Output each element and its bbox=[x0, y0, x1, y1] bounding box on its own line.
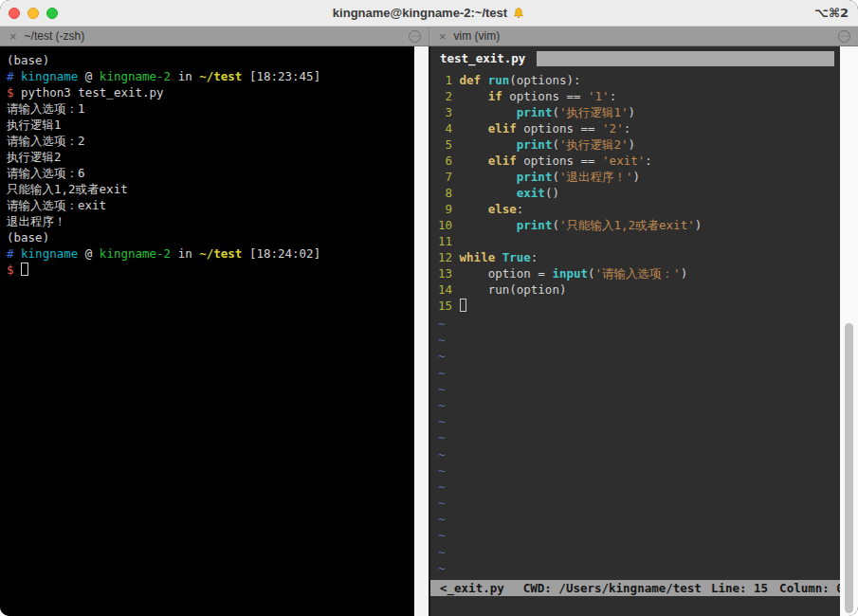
tilde-line: ~ bbox=[438, 429, 840, 445]
tab-overflow-icon[interactable]: ⋯ bbox=[409, 30, 421, 43]
tilde-line: ~ bbox=[438, 527, 840, 543]
terminal-line: 执行逻辑2 bbox=[7, 149, 414, 165]
terminal-line: $ python3 test_exit.py bbox=[7, 84, 414, 100]
terminal-line: # kingname @ kingname-2 in ~/test [18:23… bbox=[7, 68, 414, 84]
vim-tab-filename[interactable]: test_exit.py bbox=[430, 51, 537, 65]
code-line: 11 bbox=[438, 233, 840, 249]
minimize-button[interactable] bbox=[27, 8, 39, 19]
bell-icon bbox=[512, 7, 525, 20]
terminal-line: 只能输入1,2或者exit bbox=[7, 181, 414, 197]
zoom-button[interactable] bbox=[46, 8, 58, 19]
statusline-filename: <_exit.py bbox=[440, 581, 504, 595]
line-number: 9 bbox=[438, 201, 452, 217]
titlebar[interactable]: kingname@kingname-2:~/test ⌥⌘2 bbox=[0, 0, 858, 27]
tab-overflow-icon[interactable]: ⋯ bbox=[838, 30, 850, 43]
terminal-pane[interactable]: (base)# kingname @ kingname-2 in ~/test … bbox=[0, 46, 414, 616]
code-line: 12while True: bbox=[438, 249, 840, 265]
tilde-line: ~ bbox=[438, 332, 840, 348]
tilde-line: ~ bbox=[438, 348, 840, 364]
vim-cursor bbox=[460, 299, 466, 312]
tilde-line: ~ bbox=[438, 381, 840, 397]
tilde-line: ~ bbox=[438, 316, 840, 332]
tilde-line: ~ bbox=[438, 365, 840, 381]
tab-close-icon[interactable]: × bbox=[439, 30, 447, 43]
code-line: 8 exit() bbox=[438, 185, 840, 201]
vim-tabline-fill bbox=[537, 51, 834, 66]
iterm-window: kingname@kingname-2:~/test ⌥⌘2 × ~/test … bbox=[0, 0, 858, 616]
window-shortcut-badge: ⌥⌘2 bbox=[814, 6, 849, 20]
terminal-line: (base) bbox=[7, 229, 414, 245]
tab-label: vim (vim) bbox=[454, 29, 501, 43]
terminal-output: (base)# kingname @ kingname-2 in ~/test … bbox=[7, 52, 414, 278]
vim-statusline: <_exit.py CWD: /Users/kingname/test Line… bbox=[430, 580, 840, 596]
line-number: 13 bbox=[438, 265, 452, 281]
code-line: 14 run(option) bbox=[438, 281, 840, 298]
terminal-line: # kingname @ kingname-2 in ~/test [18:24… bbox=[7, 245, 414, 262]
line-number: 3 bbox=[438, 104, 452, 120]
terminal-line: (base) bbox=[7, 52, 414, 68]
tilde-line: ~ bbox=[438, 495, 840, 511]
line-number: 14 bbox=[438, 281, 452, 298]
code-line: 15 bbox=[438, 298, 840, 314]
code-line: 7 print('退出程序！') bbox=[438, 169, 840, 185]
tab-vim[interactable]: × vim (vim) ⋯ bbox=[429, 27, 858, 45]
tab-zsh[interactable]: × ~/test (-zsh) ⋯ bbox=[0, 27, 429, 45]
line-number: 6 bbox=[438, 153, 452, 169]
line-number: 11 bbox=[438, 233, 452, 249]
vim-pane[interactable]: test_exit.py 1def run(options):2 if opti… bbox=[429, 46, 840, 616]
line-number: 4 bbox=[438, 120, 452, 136]
statusline-cwd: CWD: /Users/kingname/test bbox=[523, 581, 702, 595]
line-number: 1 bbox=[438, 72, 452, 88]
terminal-line: 请输入选项：2 bbox=[7, 133, 414, 149]
terminal-line: 执行逻辑1 bbox=[7, 117, 414, 133]
code-line: 1def run(options): bbox=[438, 72, 840, 88]
tab-bar: × ~/test (-zsh) ⋯ × vim (vim) ⋯ bbox=[0, 27, 858, 46]
vim-empty-lines: ~~~~~~~~~~~~~~~~ bbox=[430, 316, 840, 576]
line-number: 10 bbox=[438, 217, 452, 233]
terminal-line: 退出程序！ bbox=[7, 213, 414, 229]
tilde-line: ~ bbox=[438, 511, 840, 527]
vim-scrollbar[interactable] bbox=[840, 46, 858, 616]
tilde-line: ~ bbox=[438, 560, 840, 576]
traffic-lights bbox=[9, 8, 58, 19]
line-number: 8 bbox=[438, 185, 452, 201]
code-line: 13 option = input('请输入选项：') bbox=[438, 265, 840, 281]
terminal-line: 请输入选项：6 bbox=[7, 165, 414, 181]
line-number: 5 bbox=[438, 136, 452, 153]
split-pane-area: (base)# kingname @ kingname-2 in ~/test … bbox=[0, 46, 858, 616]
tilde-line: ~ bbox=[438, 397, 840, 413]
code-line: 2 if options == '1': bbox=[438, 88, 840, 104]
line-number: 7 bbox=[438, 169, 452, 185]
vim-tabline: test_exit.py bbox=[430, 50, 840, 66]
window-title: kingname@kingname-2:~/test bbox=[0, 6, 858, 20]
window-title-text: kingname@kingname-2:~/test bbox=[333, 6, 507, 20]
line-number: 2 bbox=[438, 88, 452, 104]
vim-buffer: 1def run(options):2 if options == '1':3 … bbox=[430, 66, 840, 314]
tilde-line: ~ bbox=[438, 479, 840, 495]
code-line: 4 elif options == '2': bbox=[438, 120, 840, 136]
terminal-scrollbar[interactable] bbox=[414, 46, 429, 616]
tilde-line: ~ bbox=[438, 413, 840, 429]
code-line: 3 print('执行逻辑1') bbox=[438, 104, 840, 120]
terminal-cursor bbox=[21, 263, 28, 276]
vim-scrollbar-thumb[interactable] bbox=[845, 323, 853, 613]
tilde-line: ~ bbox=[438, 462, 840, 479]
terminal-line: 请输入选项：1 bbox=[7, 100, 414, 117]
statusline-column: Column: 0 bbox=[779, 581, 840, 595]
terminal-line: $ bbox=[7, 262, 414, 278]
terminal-line: 请输入选项：exit bbox=[7, 197, 414, 213]
tab-close-icon[interactable]: × bbox=[9, 30, 17, 43]
code-line: 6 elif options == 'exit': bbox=[438, 153, 840, 169]
code-line: 9 else: bbox=[438, 201, 840, 217]
tab-label: ~/test (-zsh) bbox=[25, 29, 85, 43]
statusline-line: Line: 15 bbox=[711, 581, 768, 595]
line-number: 15 bbox=[438, 298, 452, 314]
tilde-line: ~ bbox=[438, 544, 840, 560]
code-line: 5 print('执行逻辑2') bbox=[438, 136, 840, 153]
tilde-line: ~ bbox=[438, 446, 840, 462]
close-button[interactable] bbox=[9, 8, 20, 19]
line-number: 12 bbox=[438, 249, 452, 265]
code-line: 10 print('只能输入1,2或者exit') bbox=[438, 217, 840, 233]
